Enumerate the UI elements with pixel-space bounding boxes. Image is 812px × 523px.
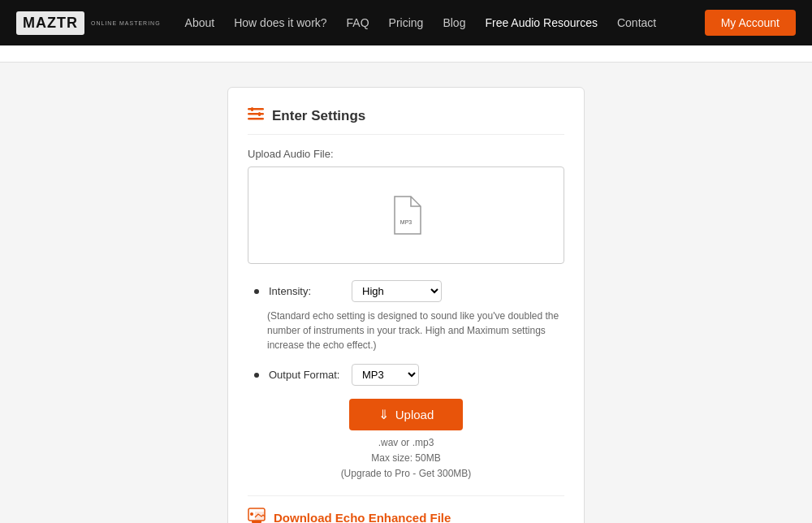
- svg-rect-1: [248, 113, 264, 115]
- svg-point-7: [250, 512, 253, 516]
- nav-item-audio-resources[interactable]: Free Audio Resources: [485, 16, 598, 29]
- output-format-select[interactable]: MP3 WAV: [352, 364, 419, 386]
- upload-box[interactable]: MP3: [248, 166, 564, 264]
- svg-rect-4: [258, 112, 261, 116]
- settings-card: Enter Settings Upload Audio File: MP3 In…: [227, 87, 585, 523]
- logo[interactable]: MAZTR ONLINE MASTERING: [16, 11, 161, 35]
- upload-button[interactable]: ⇓ Upload: [349, 399, 464, 430]
- nav-item-how[interactable]: How does it work?: [234, 16, 326, 29]
- upload-btn-label: Upload: [395, 408, 434, 421]
- format-bullet: [254, 373, 259, 378]
- svg-text:MP3: MP3: [400, 219, 412, 225]
- output-format-row: Output Format: MP3 WAV: [248, 364, 564, 386]
- file-types: .wav or .mp3: [378, 437, 434, 448]
- section-title: Enter Settings: [272, 108, 365, 124]
- max-size: Max size: 50MB: [371, 452, 440, 464]
- upgrade-text[interactable]: (Upgrade to Pro - Get 300MB): [341, 468, 472, 479]
- download-title: Download Echo Enhanced File: [274, 511, 451, 523]
- upload-label: Upload Audio File:: [248, 148, 564, 160]
- svg-rect-9: [252, 521, 261, 523]
- settings-icon: [248, 107, 264, 124]
- intensity-bullet: [254, 289, 259, 294]
- upload-info: .wav or .mp3 Max size: 50MB (Upgrade to …: [341, 435, 472, 482]
- download-header: Download Echo Enhanced File: [248, 508, 564, 523]
- svg-rect-2: [248, 118, 264, 120]
- nav-item-contact[interactable]: Contact: [617, 16, 656, 29]
- download-section: Download Echo Enhanced File After you up…: [248, 495, 564, 523]
- nav-item-blog[interactable]: Blog: [443, 16, 465, 29]
- svg-rect-3: [251, 107, 253, 111]
- intensity-row: Intensity: Low Medium High Maximum: [248, 280, 564, 302]
- breadcrumb: [0, 45, 812, 63]
- download-icon: [248, 508, 266, 523]
- intensity-label: Intensity:: [269, 285, 342, 297]
- navbar: MAZTR ONLINE MASTERING About How does it…: [0, 0, 812, 45]
- nav-item-faq[interactable]: FAQ: [347, 16, 369, 29]
- svg-rect-0: [248, 108, 264, 110]
- main-content: Enter Settings Upload Audio File: MP3 In…: [0, 63, 812, 523]
- output-format-label: Output Format:: [269, 369, 342, 381]
- my-account-button[interactable]: My Account: [705, 10, 796, 36]
- intensity-hint: (Standard echo setting is designed to so…: [267, 309, 564, 352]
- logo-sub: ONLINE MASTERING: [91, 20, 161, 26]
- file-icon: MP3: [390, 195, 422, 236]
- upload-icon: ⇓: [378, 407, 389, 422]
- nav-item-about[interactable]: About: [185, 16, 215, 29]
- nav-links: About How does it work? FAQ Pricing Blog…: [185, 16, 705, 29]
- nav-item-pricing[interactable]: Pricing: [389, 16, 424, 29]
- section-header: Enter Settings: [248, 107, 564, 135]
- intensity-select[interactable]: Low Medium High Maximum: [352, 280, 442, 302]
- upload-btn-area: ⇓ Upload .wav or .mp3 Max size: 50MB (Up…: [248, 399, 564, 482]
- logo-text: MAZTR: [16, 11, 84, 35]
